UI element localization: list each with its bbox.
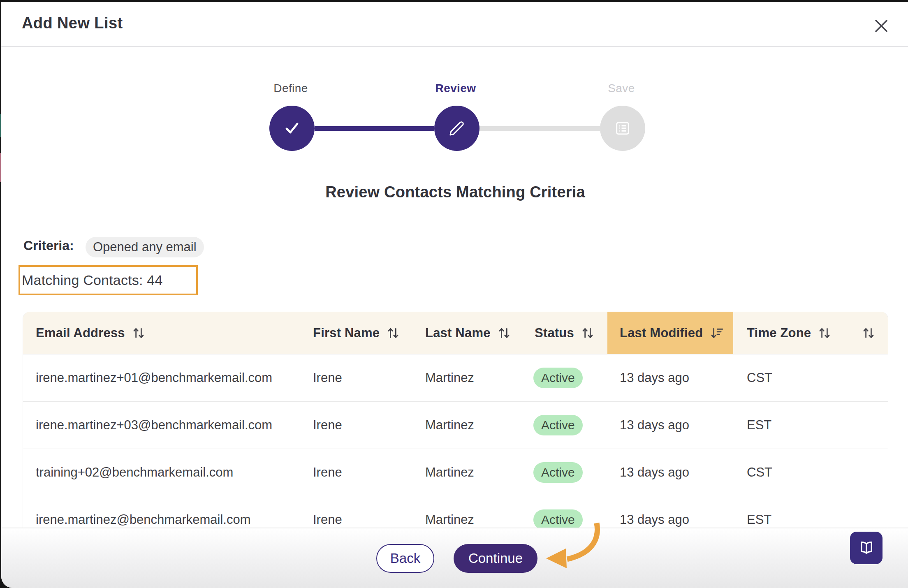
section-title: Review Contacts Matching Criteria	[1, 183, 908, 201]
column-header-first-name[interactable]: First Name	[306, 312, 419, 354]
list-form-icon	[614, 120, 631, 137]
arrow-annotation	[541, 517, 611, 579]
column-label: Email Address	[36, 326, 125, 340]
column-header-last-modified[interactable]: Last Modified	[607, 312, 733, 354]
table-row[interactable]: irene.martinez+03@benchmarkemail.comIren…	[23, 402, 888, 449]
contacts-table: Email AddressFirst NameLast NameStatusLa…	[23, 312, 888, 530]
table-row[interactable]: irene.martinez+01@benchmarkemail.comIren…	[23, 354, 888, 402]
close-button[interactable]	[872, 17, 890, 35]
stepper-connector-complete	[315, 126, 434, 131]
status-cell: Active	[530, 368, 607, 388]
email-cell: irene.martinez+01@benchmarkemail.com	[23, 370, 306, 385]
last-name-cell: Martinez	[419, 418, 530, 433]
sort-arrows-icon	[131, 326, 146, 340]
first-name-cell: Irene	[306, 512, 419, 527]
sort-arrows-icon	[386, 326, 401, 340]
help-docs-button[interactable]	[850, 532, 883, 564]
matching-contacts-box: Matching Contacts: 44	[19, 265, 198, 295]
sort-arrows-icon	[580, 326, 595, 340]
sort-arrows-icon	[861, 326, 876, 340]
time-zone-cell: CST	[733, 370, 845, 385]
column-label: Time Zone	[747, 326, 811, 340]
step-circle-define[interactable]	[269, 106, 315, 151]
last-modified-cell: 13 days ago	[607, 370, 733, 385]
column-header-time-zone[interactable]: Time Zone	[733, 312, 845, 354]
table-body: irene.martinez+01@benchmarkemail.comIren…	[23, 354, 888, 530]
column-header-sort[interactable]	[845, 312, 888, 354]
sort-descending-icon	[709, 326, 724, 340]
time-zone-cell: EST	[733, 418, 845, 433]
close-icon	[872, 17, 890, 35]
sort-arrows-icon	[497, 326, 512, 340]
sort-arrows-icon	[817, 326, 832, 340]
criteria-chip: Opened any email	[86, 237, 204, 257]
matching-contacts-text: Matching Contacts: 44	[22, 272, 163, 288]
last-modified-cell: 13 days ago	[607, 418, 733, 433]
first-name-cell: Irene	[306, 418, 419, 433]
stepper-connector-upcoming	[479, 126, 600, 131]
time-zone-cell: CST	[733, 465, 845, 480]
status-badge: Active	[533, 462, 583, 483]
last-name-cell: Martinez	[419, 465, 530, 480]
check-icon	[283, 121, 301, 135]
column-label: Status	[535, 326, 574, 340]
step-circle-save[interactable]	[600, 106, 645, 151]
step-label-review: Review	[406, 82, 505, 95]
modal-header: Add New List	[1, 2, 908, 47]
back-button[interactable]: Back	[376, 544, 434, 573]
first-name-cell: Irene	[306, 465, 419, 480]
continue-button[interactable]: Continue	[454, 544, 537, 573]
last-name-cell: Martinez	[419, 370, 530, 385]
criteria-label: Criteria:	[23, 238, 74, 253]
column-header-status[interactable]: Status	[530, 312, 607, 354]
status-badge: Active	[533, 415, 583, 435]
column-label: First Name	[313, 326, 380, 340]
column-header-last-name[interactable]: Last Name	[419, 312, 530, 354]
column-label: Last Name	[425, 326, 491, 340]
step-circle-review[interactable]	[434, 106, 479, 151]
last-modified-cell: 13 days ago	[607, 512, 733, 527]
pencil-icon	[448, 120, 466, 137]
last-name-cell: Martinez	[419, 512, 530, 527]
table-row[interactable]: training+02@benchmarkemail.comIreneMarti…	[23, 449, 888, 496]
step-label-save: Save	[572, 82, 671, 95]
email-cell: training+02@benchmarkemail.com	[23, 465, 306, 480]
last-modified-cell: 13 days ago	[607, 465, 733, 480]
column-label: Last Modified	[620, 326, 703, 340]
modal-title: Add New List	[22, 14, 123, 32]
time-zone-cell: EST	[733, 512, 845, 527]
open-book-icon	[858, 539, 875, 557]
status-badge: Active	[533, 368, 583, 388]
first-name-cell: Irene	[306, 370, 419, 385]
email-cell: irene.martinez+03@benchmarkemail.com	[23, 418, 306, 433]
table-header-row: Email AddressFirst NameLast NameStatusLa…	[23, 312, 888, 354]
status-cell: Active	[530, 415, 607, 435]
add-new-list-modal: Add New List Define Review Save Review C…	[1, 2, 908, 588]
table-row[interactable]: irene.martinez@benchmarkemail.comIreneMa…	[23, 496, 888, 530]
column-header-email-address[interactable]: Email Address	[23, 312, 306, 354]
status-cell: Active	[530, 462, 607, 483]
email-cell: irene.martinez@benchmarkemail.com	[23, 512, 306, 527]
step-label-define: Define	[241, 82, 340, 95]
